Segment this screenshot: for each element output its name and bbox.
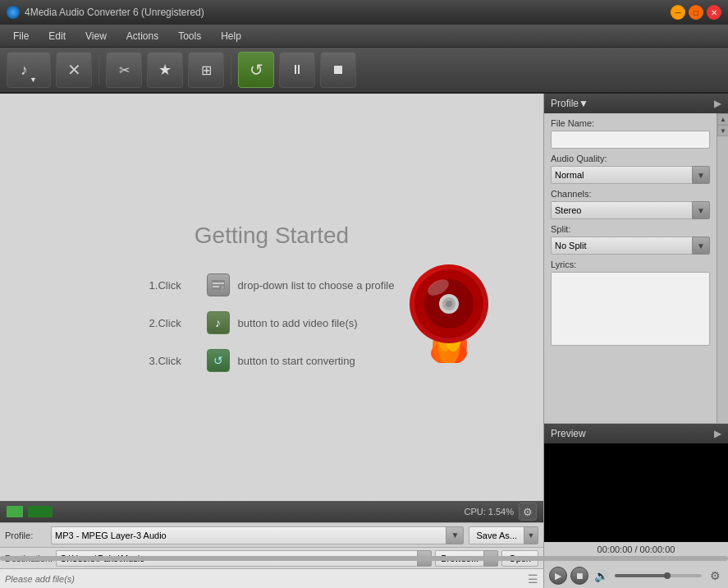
add-icon: ♪ — [21, 62, 28, 79]
profile-label: Profile: — [5, 531, 46, 540]
step-2-action: Click — [158, 317, 181, 329]
menu-tools[interactable]: Tools — [168, 27, 211, 45]
step-3-action: Click — [158, 355, 181, 367]
svg-point-17 — [446, 301, 452, 307]
favorite-button[interactable]: ★ — [147, 52, 183, 88]
step-2-desc: button to add video file(s) — [238, 317, 358, 329]
toolbar-separator-2 — [231, 55, 231, 85]
preview-time: 00:00:00 / 00:00:00 — [544, 542, 728, 557]
app-icon — [7, 6, 20, 19]
split-wrap: No Split By Size By Time ▼ — [551, 237, 710, 255]
channels-select[interactable]: Stereo Mono — [551, 201, 692, 219]
right-panel-fields: File Name: Audio Quality: Normal High Lo… — [544, 113, 717, 423]
remove-icon: ✕ — [67, 60, 81, 80]
stop-button[interactable]: ⏹ — [320, 52, 356, 88]
panel-expand-button[interactable]: ▶ — [714, 98, 721, 109]
preview-seek-bar[interactable] — [543, 556, 728, 561]
lyrics-label: Lyrics: — [551, 260, 710, 269]
add-file-icon: ♪ — [207, 311, 230, 334]
instructions: 1.Click drop-down list to choose a profi… — [149, 273, 395, 372]
panel-profile-label: Profile▼ — [551, 98, 588, 109]
convert-button[interactable]: ↺ — [238, 52, 274, 88]
lyrics-textarea[interactable] — [551, 272, 710, 346]
split-dropdown-button[interactable]: ▼ — [692, 237, 710, 255]
split-select[interactable]: No Split By Size By Time — [551, 237, 692, 255]
settings-button[interactable]: ⚙ — [519, 503, 537, 521]
audio-quality-select[interactable]: Normal High Low — [551, 166, 692, 184]
menu-bar: File Edit View Actions Tools Help — [0, 25, 728, 48]
play-button[interactable]: ▶ — [549, 567, 567, 585]
settings-gear-button[interactable]: ⚙ — [707, 567, 723, 584]
step-3-num: 3 — [149, 355, 155, 367]
stop-button[interactable]: ⏹ — [570, 567, 588, 585]
pause-button[interactable]: ⏸ — [279, 52, 315, 88]
step-1-label: 1.Click — [149, 279, 199, 292]
audio-quality-dropdown-button[interactable]: ▼ — [692, 166, 710, 184]
toolbar: ♪ ▼ ✕ ✂ ★ ⊞ ↺ ⏸ ⏹ — [0, 48, 728, 94]
step-2-label: 2.Click — [149, 317, 199, 329]
menu-view[interactable]: View — [76, 27, 117, 45]
file-list-icon[interactable]: ☰ — [528, 572, 538, 586]
menu-edit[interactable]: Edit — [39, 27, 76, 45]
maximize-button[interactable]: □ — [689, 5, 703, 20]
step-3-desc: button to start converting — [238, 355, 355, 367]
toolbar-separator-1 — [98, 55, 99, 85]
right-panel-top: File Name: Audio Quality: Normal High Lo… — [544, 113, 728, 423]
scroll-down-button[interactable]: ▼ — [717, 125, 728, 136]
cpu-usage: CPU: 1.54% — [464, 507, 514, 517]
convert-icon: ↺ — [250, 60, 263, 80]
minimize-button[interactable]: ─ — [671, 5, 685, 20]
pause-icon: ⏸ — [291, 62, 304, 77]
channels-label: Channels: — [551, 189, 710, 199]
close-button[interactable]: ✕ — [707, 5, 721, 20]
panel-profile-header: Profile▼ ▶ — [544, 94, 728, 113]
step-1-action: Click — [158, 279, 181, 292]
scroll-up-button[interactable]: ▲ — [717, 113, 728, 125]
save-as-wrap: Save As... ▼ — [469, 526, 538, 544]
channels-wrap: Stereo Mono ▼ — [551, 201, 710, 219]
convert-refresh-icon: ↺ — [213, 354, 223, 367]
volume-fill — [615, 574, 667, 577]
file-name-label: File Name: — [551, 118, 710, 128]
preview-controls — [544, 557, 728, 563]
menu-actions[interactable]: Actions — [117, 27, 168, 45]
svg-rect-2 — [213, 286, 219, 287]
svg-rect-1 — [213, 283, 224, 284]
step-3-label: 3.Click — [149, 355, 199, 367]
instruction-row-2: 2.Click ♪ button to add video file(s) — [149, 311, 395, 334]
file-name-input[interactable] — [551, 131, 710, 149]
step-1-num: 1 — [149, 279, 155, 292]
add-file-placeholder: Please add file(s) — [5, 574, 75, 584]
add-dropdown-arrow[interactable]: ▼ — [30, 76, 37, 84]
cd-fire-svg — [404, 256, 494, 363]
save-button[interactable]: ⊞ — [188, 52, 224, 88]
instruction-row-3: 3.Click ↺ button to start converting — [149, 349, 395, 372]
cut-button[interactable]: ✂ — [106, 52, 142, 88]
volume-knob[interactable] — [664, 572, 671, 579]
save-as-button[interactable]: Save As... — [469, 526, 524, 544]
stop-icon: ⏹ — [332, 62, 345, 77]
add-file-button[interactable]: ♪ ▼ — [7, 52, 51, 88]
preview-expand-button[interactable]: ▶ — [714, 428, 721, 439]
volume-icon[interactable]: 🔊 — [592, 567, 610, 585]
preview-video — [544, 443, 728, 542]
profile-icon — [207, 273, 230, 296]
remove-button[interactable]: ✕ — [56, 52, 92, 88]
progress-indicator-1 — [7, 506, 23, 517]
cut-icon: ✂ — [119, 62, 130, 78]
audio-quality-wrap: Normal High Low ▼ — [551, 166, 710, 184]
menu-help[interactable]: Help — [211, 27, 251, 45]
window-controls: ─ □ ✕ — [671, 5, 721, 20]
preview-header: Preview ▶ — [544, 424, 728, 443]
profile-select[interactable]: MP3 - MPEG Layer-3 Audio — [51, 526, 446, 544]
profile-dropdown-button[interactable]: ▼ — [446, 526, 464, 544]
save-as-dropdown-button[interactable]: ▼ — [524, 526, 538, 544]
app-container: 4Media Audio Converter 6 (Unregistered) … — [0, 0, 728, 588]
menu-file[interactable]: File — [3, 27, 39, 45]
preview-label: Preview — [551, 428, 586, 439]
volume-slider[interactable] — [615, 574, 702, 577]
preview-playback-controls: ▶ ⏹ 🔊 ⚙ — [544, 563, 728, 588]
star-icon: ★ — [158, 61, 172, 79]
step-2-num: 2 — [149, 317, 155, 329]
channels-dropdown-button[interactable]: ▼ — [692, 201, 710, 219]
